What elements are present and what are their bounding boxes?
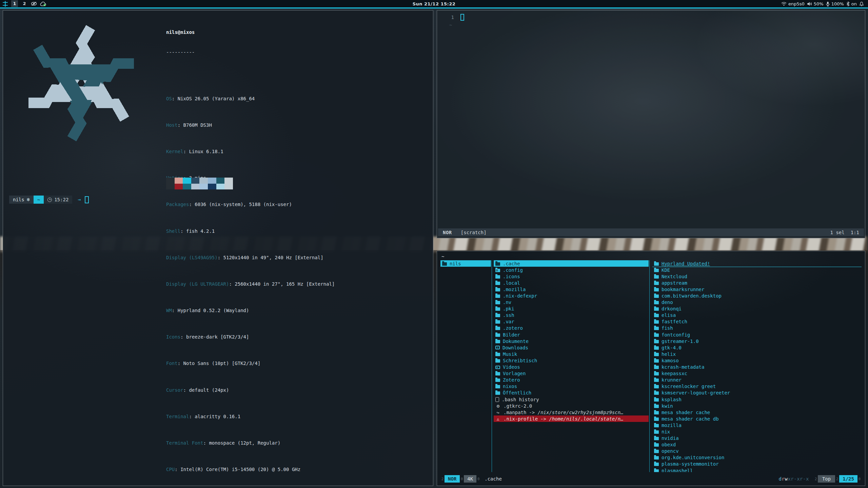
- preview-row[interactable]: drkonqi: [652, 306, 862, 312]
- preview-row[interactable]: ksmserver-logout-greeter: [652, 390, 862, 396]
- volume-module[interactable]: 50%: [807, 1, 824, 6]
- fastfetch-line: Display (LG ULTRAGEAR)868x488 in 27", …: [166, 281, 335, 288]
- file-row[interactable]: .mozilla: [494, 286, 649, 292]
- microphone-module[interactable]: 100%: [826, 1, 844, 6]
- preview-row[interactable]: fish: [652, 325, 862, 331]
- file-row[interactable]: Videos: [494, 364, 649, 370]
- powerline-artifact: 2: [836, 477, 838, 481]
- preview-row[interactable]: fastfetch: [652, 319, 862, 325]
- palette-swatch: [183, 178, 191, 184]
- preview-row[interactable]: plasmashell: [652, 467, 862, 472]
- preview-row[interactable]: deno: [652, 299, 862, 306]
- file-row[interactable]: .cache: [494, 260, 649, 267]
- file-row[interactable]: .icons: [494, 273, 649, 280]
- file-row[interactable]: Zotero: [494, 377, 649, 383]
- file-row[interactable]: .gtkrc-2.0: [494, 403, 649, 409]
- terminal-window-fastfetch[interactable]: nils@nixos ---------- OSNixOS 26.05 (Yar…: [3, 10, 433, 486]
- fastfetch-host-title: nils@nixos: [166, 29, 335, 36]
- fastfetch-line: HostB760M DS3H: [166, 122, 335, 129]
- preview-row[interactable]: nvidia: [652, 435, 862, 442]
- preview-row[interactable]: nix: [652, 428, 862, 435]
- folder-icon: [654, 333, 659, 337]
- file-row[interactable]: .config: [494, 267, 649, 273]
- file-row[interactable]: Schreibtisch: [494, 357, 649, 364]
- preview-row[interactable]: mesa_shader_cache_db: [652, 415, 862, 422]
- bluetooth-module[interactable]: on: [846, 1, 857, 6]
- preview-row[interactable]: mozilla: [652, 422, 862, 428]
- folder-icon: [654, 398, 659, 402]
- preview-row[interactable]: helix: [652, 351, 862, 357]
- file-row[interactable]: Downloads: [494, 344, 649, 351]
- clock-icon: [47, 198, 52, 202]
- helix-status-right: 1 sel 1:1: [830, 230, 859, 235]
- preview-row[interactable]: plasma-systemmonitor: [652, 461, 862, 467]
- yazi-cursor-count: 1/25: [839, 475, 857, 483]
- preview-row[interactable]: org.kde.unitconversion: [652, 454, 862, 461]
- helix-cursor: [460, 14, 464, 21]
- preview-row[interactable]: gstreamer-1.0: [652, 338, 862, 344]
- folder-icon: [654, 269, 659, 272]
- fastfetch-output: nils@nixos ---------- OSNixOS 26.05 (Yar…: [166, 16, 335, 488]
- preview-row[interactable]: KDE: [652, 267, 862, 273]
- file-row[interactable]: Vorlagen: [494, 370, 649, 377]
- folder-icon: [654, 430, 659, 434]
- folder-icon: [654, 346, 659, 350]
- preview-row[interactable]: Nextcloud: [652, 273, 862, 280]
- file-row[interactable]: .ssh: [494, 312, 649, 319]
- folder-icon: [654, 456, 659, 460]
- preview-row[interactable]: opencv: [652, 448, 862, 454]
- folder-icon: [654, 437, 659, 440]
- fastfetch-line: WMHyprland 0.52.2 (Wayland): [166, 307, 335, 314]
- file-row[interactable]: nixos: [494, 383, 649, 390]
- file-row[interactable]: Dokumente: [494, 338, 649, 344]
- file-row[interactable]: .nv: [494, 299, 649, 306]
- preview-row[interactable]: keepassxc: [652, 370, 862, 377]
- prompt-path-segment: ~: [34, 196, 44, 204]
- preview-row[interactable]: kamoso: [652, 357, 862, 364]
- folder-icon: [654, 294, 659, 298]
- preview-row[interactable]: elisa: [652, 312, 862, 319]
- file-row[interactable]: .pki: [494, 306, 649, 312]
- helix-buffer[interactable]: 1 ~: [437, 13, 865, 29]
- wifi-icon: [781, 2, 787, 6]
- helix-editor-window[interactable]: 1 ~ NOR [scratch] 1 sel 1:1: [437, 10, 865, 238]
- preview-row[interactable]: bookmarksrunner: [652, 286, 862, 292]
- preview-row[interactable]: obexd: [652, 442, 862, 448]
- preview-row[interactable]: appstream: [652, 280, 862, 286]
- shell-prompt[interactable]: nils❄ ~ 15:22 →: [9, 196, 89, 204]
- file-row[interactable]: .local: [494, 280, 649, 286]
- powerline-artifact: 0: [477, 477, 479, 481]
- preview-row[interactable]: krunner: [652, 377, 862, 383]
- file-row[interactable]: Öffentlich: [494, 390, 649, 396]
- preview-row[interactable]: Hyprland Updated!: [652, 260, 862, 267]
- status-bar: 1 2 Sun 21/12 15:22 enp5s0 50%: [0, 0, 868, 8]
- yazi-mode-badge: NOR: [445, 475, 460, 483]
- file-row[interactable]: .zotero: [494, 325, 649, 331]
- folder-icon: [654, 469, 659, 472]
- file-row[interactable]: .var: [494, 319, 649, 325]
- yazi-scroll-position: Top: [818, 475, 835, 483]
- preview-row[interactable]: com.bitwarden.desktop: [652, 292, 862, 299]
- preview-row[interactable]: fontconfig: [652, 331, 862, 338]
- file-row[interactable]: Bilder: [494, 331, 649, 338]
- file-row[interactable]: Musik: [494, 351, 649, 357]
- palette-swatch: [224, 178, 233, 184]
- preview-row[interactable]: kwin: [652, 403, 862, 409]
- folder-icon: [654, 314, 659, 317]
- preview-row[interactable]: gtk-4.0: [652, 344, 862, 351]
- palette-swatch: [224, 184, 233, 190]
- file-row[interactable]: .bash_history: [494, 396, 649, 403]
- parent-dir-row[interactable]: nils: [440, 260, 491, 267]
- preview-row[interactable]: mesa_shader_cache: [652, 409, 862, 415]
- preview-row[interactable]: kscreenlocker_greet: [652, 383, 862, 390]
- prompt-cwd: ~: [37, 197, 40, 202]
- snowflake-icon: ❄: [27, 197, 30, 203]
- preview-row[interactable]: ksplash: [652, 396, 862, 403]
- file-row[interactable]: .nix-defexpr: [494, 292, 649, 299]
- file-row[interactable]: .nix-profile-> /home/nils/.local/state/n…: [494, 415, 649, 422]
- network-module[interactable]: enp5s0: [781, 1, 805, 6]
- bell-icon[interactable]: [859, 1, 864, 6]
- yazi-file-manager-window[interactable]: ~ nils .cache .config .icons .local .moz…: [437, 251, 865, 486]
- preview-row[interactable]: kcrash-metadata: [652, 364, 862, 370]
- file-row[interactable]: .manpath-> /nix/store/cw2rhy2sjnm8pz9scn…: [494, 409, 649, 415]
